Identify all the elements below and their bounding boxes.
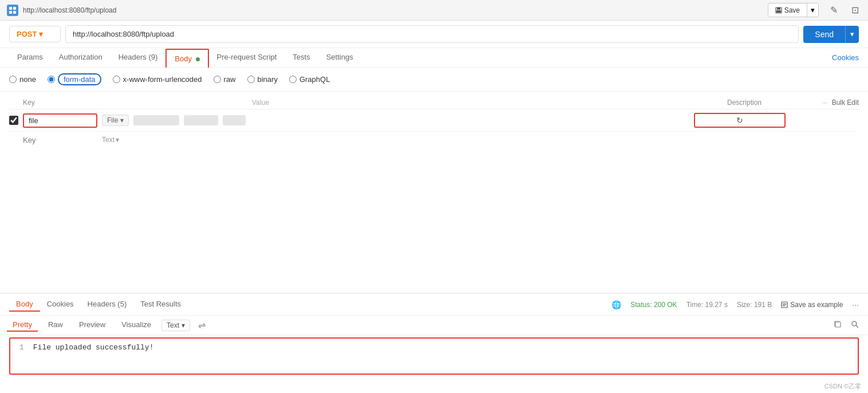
wrap-icon-button[interactable]: ⇌ (195, 319, 209, 332)
tab-prerequest[interactable]: Pre-request Script (209, 48, 285, 67)
svg-rect-0 (9, 7, 12, 10)
resp-tab-test-results[interactable]: Test Results (133, 297, 188, 312)
resp-view-pretty[interactable]: Pretty (7, 319, 38, 332)
tab-authorization[interactable]: Authorization (51, 48, 111, 67)
url-bar: POST ▾ Send ▾ (0, 21, 868, 48)
save-dropdown-button[interactable]: ▾ (807, 3, 818, 17)
top-bar-left: http://localhost:8080/ftp/upload (7, 5, 116, 16)
file-extra-blurred (223, 115, 246, 125)
tab-params[interactable]: Params (9, 48, 51, 67)
body-type-graphql[interactable]: GraphQL (289, 75, 330, 84)
body-type-binary[interactable]: binary (247, 75, 278, 84)
refresh-icon: ↻ (736, 116, 743, 125)
type-dropdown[interactable]: Text ▾ (102, 136, 119, 144)
url-input[interactable] (65, 25, 799, 43)
cookies-link[interactable]: Cookies (832, 53, 859, 62)
send-dropdown-button[interactable]: ▾ (845, 26, 859, 43)
tab-settings[interactable]: Settings (318, 48, 361, 67)
line-number: 1 (19, 343, 24, 352)
table-row: File ▾ ↻ (9, 109, 859, 132)
body-type-formdata[interactable]: form-data (48, 73, 101, 85)
response-section: Body Cookies Headers (5) Test Results 🌐 … (0, 293, 868, 393)
resp-tab-body[interactable]: Body (9, 297, 40, 312)
send-button[interactable]: Send (803, 26, 845, 43)
status-area: 🌐 Status: 200 OK Time: 19.27 s Size: 191… (611, 300, 859, 309)
tab-body[interactable]: Body (165, 49, 208, 68)
footer-note: CSDN ©乙零 (824, 382, 861, 391)
form-data-area: Key Value Description ··· Bulk Edit File… (0, 92, 868, 152)
col-key-header: Key (23, 99, 206, 107)
tab-headers[interactable]: Headers (9) (111, 48, 166, 67)
new-key-input[interactable] (23, 136, 97, 144)
resp-right-buttons (831, 319, 861, 331)
body-tab-badge (196, 57, 200, 61)
save-btn-group[interactable]: Save ▾ (768, 3, 819, 17)
col-value-label: Value (252, 99, 687, 107)
body-type-none[interactable]: none (9, 75, 36, 84)
response-tabs-bar: Body Cookies Headers (5) Test Results 🌐 … (0, 294, 868, 316)
tab-tests[interactable]: Tests (285, 48, 318, 67)
response-body-bar: Pretty Raw Preview Visualize Text ▾ ⇌ (0, 316, 868, 335)
save-example-button[interactable]: Save as example (781, 301, 843, 309)
response-time: Time: 19.27 s (686, 301, 728, 309)
search-button[interactable] (849, 319, 861, 331)
svg-rect-6 (776, 10, 781, 13)
bulk-edit-button[interactable]: Bulk Edit (832, 99, 859, 107)
col-actions-header: ··· Bulk Edit (802, 99, 859, 107)
form-table-header: Key Value Description ··· Bulk Edit (9, 96, 859, 109)
response-text: File uploaded successfully! (33, 343, 154, 352)
key-input[interactable] (23, 113, 97, 128)
svg-point-12 (852, 321, 857, 326)
body-type-raw[interactable]: raw (214, 75, 236, 84)
new-key-row: Text ▾ (9, 132, 859, 148)
globe-icon: 🌐 (611, 300, 621, 309)
request-tabs: Params Authorization Headers (9) Body Pr… (0, 48, 868, 68)
top-bar-right: Save ▾ ✎ ⊡ (768, 2, 861, 18)
app-icon (7, 5, 18, 16)
more-icon[interactable]: ··· (852, 300, 859, 309)
col-desc-header: Description (687, 99, 802, 107)
svg-line-13 (857, 326, 858, 328)
status-ok: Status: 200 OK (630, 301, 677, 309)
svg-rect-1 (13, 7, 16, 10)
edit-icon-button[interactable]: ✎ (828, 2, 840, 18)
body-types: none form-data x-www-form-urlencoded raw… (0, 68, 868, 92)
send-group: Send ▾ (803, 26, 859, 43)
resp-tab-headers[interactable]: Headers (5) (81, 297, 134, 312)
file-name-blurred (184, 115, 218, 125)
copy-button[interactable] (831, 319, 844, 331)
resp-view-visualize[interactable]: Visualize (116, 319, 157, 332)
svg-rect-3 (13, 11, 16, 14)
file-value-area: File ▾ (102, 115, 678, 126)
compose-icon-button[interactable]: ⊡ (849, 2, 861, 18)
svg-rect-2 (9, 11, 12, 14)
resp-tab-cookies[interactable]: Cookies (40, 297, 81, 312)
row-checkbox[interactable] (9, 116, 18, 125)
top-bar: http://localhost:8080/ftp/upload Save ▾ … (0, 0, 868, 21)
save-button[interactable]: Save (768, 4, 807, 17)
text-format-select[interactable]: Text ▾ (161, 320, 190, 331)
description-input[interactable]: ↻ (694, 113, 786, 128)
resp-view-raw[interactable]: Raw (42, 319, 69, 332)
body-type-urlencoded[interactable]: x-www-form-urlencoded (113, 75, 202, 84)
top-bar-url: http://localhost:8080/ftp/upload (23, 6, 116, 14)
file-value-blurred (133, 115, 179, 125)
svg-rect-5 (777, 7, 780, 10)
svg-rect-11 (835, 322, 841, 327)
response-size: Size: 191 B (737, 301, 772, 309)
file-type-badge: File ▾ (102, 115, 129, 126)
response-content: 1 File uploaded successfully! (9, 337, 859, 375)
resp-view-preview[interactable]: Preview (73, 319, 111, 332)
method-select[interactable]: POST ▾ (9, 26, 61, 42)
